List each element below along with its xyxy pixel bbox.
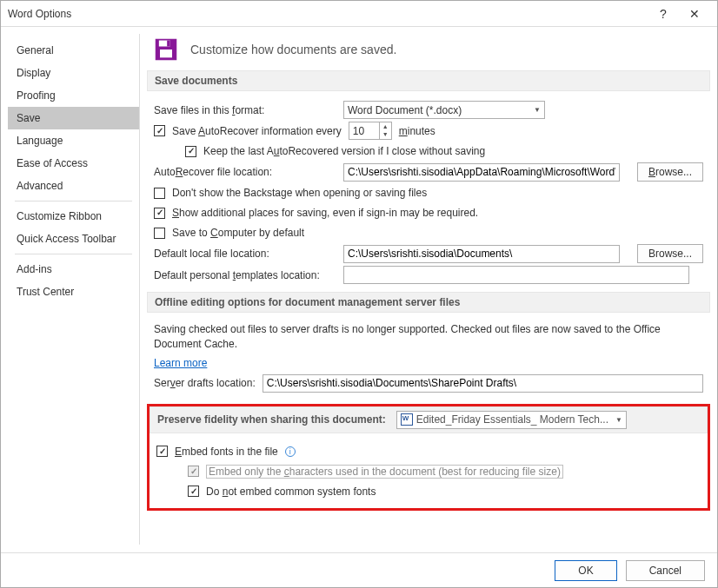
sidebar-item-general[interactable]: General — [8, 39, 139, 62]
section-save-documents-header: Save documents — [147, 70, 710, 91]
titlebar: Word Options ? ✕ — [1, 1, 717, 27]
sidebar-item-customize-ribbon[interactable]: Customize Ribbon — [8, 205, 139, 228]
word-document-icon — [401, 413, 413, 426]
footer: OK Cancel — [1, 552, 717, 587]
save-format-label: Save files in this format: — [154, 104, 336, 116]
help-button[interactable]: ? — [648, 7, 679, 21]
preserve-fidelity-highlight: Preserve fidelity when sharing this docu… — [147, 404, 710, 511]
sidebar-item-trust-center[interactable]: Trust Center — [8, 281, 139, 303]
server-drafts-location-label: Server drafts location: — [154, 377, 256, 389]
embed-only-characters-checkbox — [188, 466, 199, 477]
default-local-location-label: Default local file location: — [154, 248, 336, 260]
save-to-computer-checkbox[interactable] — [154, 228, 165, 239]
save-icon — [154, 37, 178, 62]
autorecover-checkbox[interactable] — [154, 125, 165, 136]
embed-fonts-checkbox[interactable] — [156, 446, 168, 457]
default-templates-location-input[interactable] — [343, 266, 689, 284]
autorecover-location-label: AutoRecover file location: — [154, 166, 336, 178]
offline-note: Saving checked out files to server draft… — [154, 322, 703, 352]
sidebar-divider-2 — [15, 254, 132, 254]
show-additional-places-label: Show additional places for saving, even … — [172, 207, 478, 219]
save-format-dropdown[interactable]: Word Document (*.docx)▼ — [343, 101, 545, 119]
sidebar-item-add-ins[interactable]: Add-ins — [8, 258, 139, 281]
save-to-computer-label: Save to Computer by default — [172, 227, 304, 239]
section-offline-header: Offline editing options for document man… — [147, 292, 710, 313]
sidebar-item-advanced[interactable]: Advanced — [8, 175, 139, 197]
ok-button[interactable]: OK — [555, 560, 616, 581]
autorecover-minutes-spinner[interactable]: 10 ▲▼ — [349, 122, 392, 140]
spin-up-icon[interactable]: ▲ — [380, 122, 391, 130]
sidebar-item-save[interactable]: Save — [8, 107, 139, 129]
info-icon[interactable]: i — [285, 446, 296, 457]
sidebar: General Display Proofing Save Language E… — [8, 34, 140, 545]
chevron-down-icon: ▼ — [534, 106, 541, 114]
keep-last-autorecovered-label: Keep the last AutoRecovered version if I… — [203, 145, 485, 157]
sidebar-item-language[interactable]: Language — [8, 129, 139, 152]
autorecover-location-input[interactable] — [343, 163, 620, 182]
cancel-button[interactable]: Cancel — [626, 560, 705, 581]
header-text: Customize how documents are saved. — [190, 43, 396, 56]
sidebar-item-proofing[interactable]: Proofing — [8, 84, 139, 107]
browse-default-local-button[interactable]: Browse... — [637, 244, 703, 263]
sidebar-item-quick-access-toolbar[interactable]: Quick Access Toolbar — [8, 228, 139, 250]
no-backstage-checkbox[interactable] — [154, 188, 165, 199]
no-backstage-label: Don't show the Backstage when opening or… — [172, 187, 427, 199]
sidebar-divider — [15, 201, 132, 202]
default-local-location-input[interactable] — [343, 245, 620, 263]
embed-fonts-label: Embed fonts in the file — [175, 446, 278, 458]
preserve-document-dropdown[interactable]: Edited_Friday Essentials_ Modern Tech...… — [396, 411, 627, 429]
embed-only-characters-label: Embed only the characters used in the do… — [206, 465, 563, 479]
autorecover-label: Save AutoRecover information every — [172, 125, 342, 137]
close-button[interactable]: ✕ — [679, 7, 710, 21]
do-not-embed-common-checkbox[interactable] — [188, 486, 199, 497]
keep-last-autorecovered-checkbox[interactable] — [185, 146, 196, 157]
svg-rect-3 — [160, 50, 172, 57]
window-title: Word Options — [8, 8, 71, 20]
autorecover-minutes-label: minutes — [399, 125, 435, 137]
do-not-embed-common-label: Do not embed common system fonts — [206, 486, 376, 498]
sidebar-item-display[interactable]: Display — [8, 62, 139, 84]
default-templates-location-label: Default personal templates location: — [154, 269, 336, 281]
server-drafts-location-input[interactable] — [263, 374, 703, 393]
section-preserve-header: Preserve fidelity when sharing this docu… — [157, 413, 386, 426]
sidebar-item-ease-of-access[interactable]: Ease of Access — [8, 152, 139, 175]
spin-down-icon[interactable]: ▼ — [380, 130, 391, 138]
svg-rect-2 — [167, 41, 170, 47]
show-additional-places-checkbox[interactable] — [154, 208, 165, 219]
chevron-down-icon: ▼ — [615, 416, 622, 424]
main-panel: Customize how documents are saved. Save … — [140, 27, 717, 552]
browse-autorecover-button[interactable]: Browse... — [637, 162, 703, 182]
learn-more-link[interactable]: Learn more — [154, 357, 207, 369]
